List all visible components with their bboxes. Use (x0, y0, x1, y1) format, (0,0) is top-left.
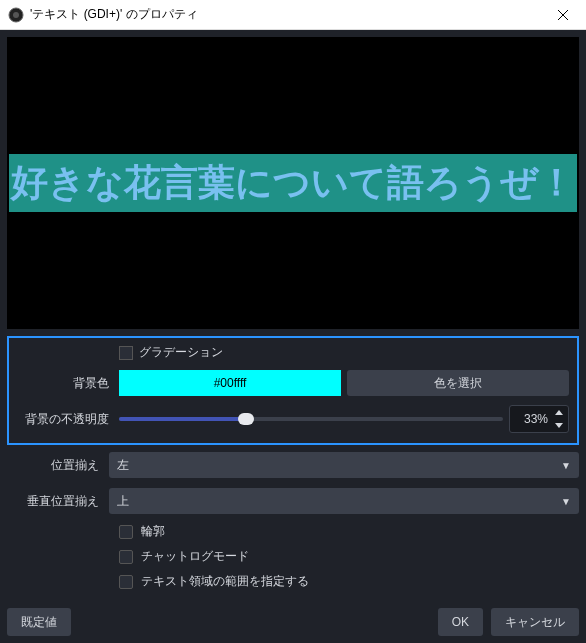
outline-row: 輪郭 (119, 523, 579, 540)
bg-color-label: 背景色 (17, 375, 119, 392)
align-row: 位置揃え 左 ▼ (7, 451, 579, 479)
bg-color-row: 背景色 #00ffff 色を選択 (17, 369, 569, 397)
titlebar: 'テキスト (GDI+)' のプロパティ (0, 0, 586, 30)
extent-label: テキスト領域の範囲を指定する (141, 573, 309, 590)
bg-opacity-label: 背景の不透明度 (17, 411, 119, 428)
extent-checkbox[interactable] (119, 575, 133, 589)
gradation-checkbox[interactable] (119, 346, 133, 360)
ok-button[interactable]: OK (438, 608, 483, 636)
chatlog-label: チャットログモード (141, 548, 249, 565)
bg-opacity-value: 33% (510, 412, 550, 426)
gradation-checkbox-row: グラデーション (119, 344, 569, 361)
extent-row: テキスト領域の範囲を指定する (119, 573, 579, 590)
app-icon (8, 7, 24, 23)
chatlog-checkbox[interactable] (119, 550, 133, 564)
bg-opacity-down[interactable] (550, 419, 568, 432)
bg-opacity-row: 背景の不透明度 33% (17, 405, 569, 433)
valign-row: 垂直位置揃え 上 ▼ (7, 487, 579, 515)
dialog-footer: 既定値 OK キャンセル (7, 600, 579, 636)
preview-area: 好きな花言葉について語ろうぜ！ (7, 37, 579, 329)
bg-color-swatch[interactable]: #00ffff (119, 370, 341, 396)
outline-label: 輪郭 (141, 523, 165, 540)
chevron-down-icon: ▼ (561, 496, 571, 507)
valign-value: 上 (117, 493, 129, 510)
bg-opacity-up[interactable] (550, 406, 568, 419)
bg-color-select-button[interactable]: 色を選択 (347, 370, 569, 396)
gradation-label: グラデーション (139, 344, 223, 361)
close-button[interactable] (540, 0, 586, 30)
align-label: 位置揃え (7, 457, 109, 474)
align-dropdown[interactable]: 左 ▼ (109, 452, 579, 478)
cancel-button[interactable]: キャンセル (491, 608, 579, 636)
outline-checkbox[interactable] (119, 525, 133, 539)
bg-opacity-spinner[interactable]: 33% (509, 405, 569, 433)
settings-panel: グラデーション 背景色 #00ffff 色を選択 背景の不透明度 (0, 336, 586, 643)
valign-dropdown[interactable]: 上 ▼ (109, 488, 579, 514)
svg-point-1 (13, 12, 19, 18)
highlighted-region: グラデーション 背景色 #00ffff 色を選択 背景の不透明度 (7, 336, 579, 445)
align-value: 左 (117, 457, 129, 474)
defaults-button[interactable]: 既定値 (7, 608, 71, 636)
chatlog-row: チャットログモード (119, 548, 579, 565)
bg-opacity-slider[interactable] (119, 411, 503, 427)
preview-text: 好きな花言葉について語ろうぜ！ (9, 154, 577, 212)
window-title: 'テキスト (GDI+)' のプロパティ (30, 6, 540, 23)
valign-label: 垂直位置揃え (7, 493, 109, 510)
app-body: 好きな花言葉について語ろうぜ！ グラデーション 背景色 #00ffff 色を選択… (0, 30, 586, 643)
chevron-down-icon: ▼ (561, 460, 571, 471)
